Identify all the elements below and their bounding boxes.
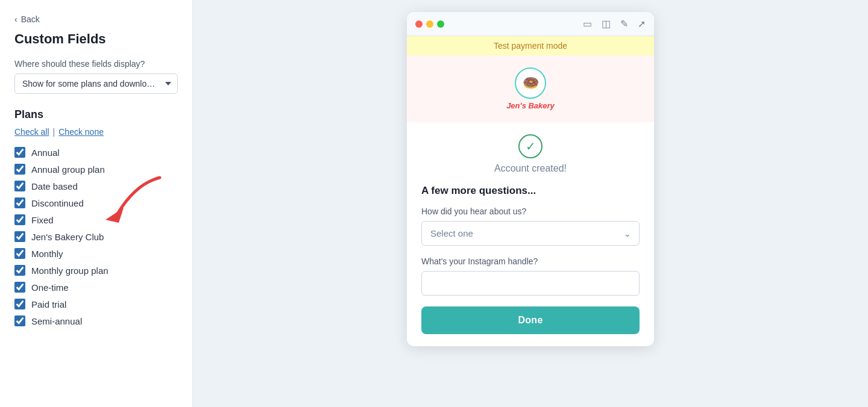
- page-title: Custom Fields: [14, 31, 178, 47]
- list-item: Date based: [14, 178, 178, 194]
- field-display-label: Where should these fields display?: [14, 59, 178, 69]
- instagram-label: What's your Instagram handle?: [421, 256, 640, 266]
- list-item: Annual group plan: [14, 161, 178, 178]
- plan-label-monthly: Monthly: [31, 249, 63, 259]
- browser-window: ▭ ◫ ✎ ➚ Test payment mode 🍩 Jen's Bakery…: [407, 12, 654, 346]
- browser-chrome: ▭ ◫ ✎ ➚: [407, 12, 654, 36]
- plan-label-fixed: Fixed: [31, 215, 54, 225]
- plans-section-title: Plans: [14, 108, 178, 121]
- left-panel: ‹ Back Custom Fields Where should these …: [0, 0, 193, 407]
- plan-checkbox-monthly_group[interactable]: [14, 265, 25, 276]
- plan-label-annual: Annual: [31, 148, 60, 158]
- browser-icons: ▭ ◫ ✎ ➚: [583, 18, 646, 30]
- check-none-link[interactable]: Check none: [58, 127, 104, 137]
- plan-label-jens_bakery_club: Jen's Bakery Club: [31, 232, 104, 242]
- dot-green: [437, 20, 444, 28]
- plan-label-monthly_group: Monthly group plan: [31, 266, 108, 276]
- right-area: ▭ ◫ ✎ ➚ Test payment mode 🍩 Jen's Bakery…: [193, 0, 868, 407]
- list-item: Monthly: [14, 245, 178, 262]
- plan-checkbox-discontinued[interactable]: [14, 197, 25, 208]
- list-item: Paid trial: [14, 296, 178, 312]
- plan-label-discontinued: Discontinued: [31, 198, 84, 208]
- list-item: Monthly group plan: [14, 262, 178, 279]
- plan-checkbox-annual[interactable]: [14, 147, 25, 158]
- hear-about-us-select[interactable]: Select one: [421, 221, 640, 246]
- check-links: Check all | Check none: [14, 127, 178, 137]
- check-all-link[interactable]: Check all: [14, 127, 49, 137]
- plan-checkbox-paid_trial[interactable]: [14, 299, 25, 309]
- plan-checkbox-monthly[interactable]: [14, 248, 25, 259]
- field-display-select[interactable]: Show for some plans and downlo…: [14, 73, 178, 94]
- desktop-icon[interactable]: ▭: [583, 18, 592, 30]
- dot-yellow: [426, 20, 433, 28]
- plan-label-semi_annual: Semi-annual: [31, 316, 82, 326]
- form-content: ✓ Account created! A few more questions.…: [407, 122, 654, 346]
- plan-checkbox-semi_annual[interactable]: [14, 315, 25, 326]
- link-divider: |: [53, 127, 55, 137]
- back-button[interactable]: ‹ Back: [14, 14, 178, 24]
- plan-checkbox-jens_bakery_club[interactable]: [14, 231, 25, 242]
- brand-logo: 🍩: [515, 67, 546, 99]
- list-item: Fixed: [14, 211, 178, 228]
- success-icon: ✓: [518, 134, 542, 158]
- success-section: ✓ Account created!: [421, 134, 640, 174]
- brand-logo-emoji: 🍩: [523, 75, 539, 91]
- plan-checkbox-fixed[interactable]: [14, 214, 25, 225]
- instagram-input[interactable]: [421, 271, 640, 296]
- brand-name: Jen's Bakery: [506, 101, 555, 110]
- browser-dots: [415, 20, 444, 28]
- plan-label-date_based: Date based: [31, 181, 78, 191]
- list-item: Semi-annual: [14, 312, 178, 329]
- hear-about-us-label: How did you hear about us?: [421, 207, 640, 216]
- mobile-icon[interactable]: ◫: [602, 18, 611, 30]
- done-button[interactable]: Done: [421, 306, 640, 334]
- back-arrow-icon: ‹: [14, 14, 17, 24]
- back-label: Back: [21, 14, 40, 24]
- hear-about-us-field: Select one ⌄: [421, 221, 640, 246]
- list-item: Annual: [14, 144, 178, 161]
- plan-label-one_time: One-time: [31, 282, 69, 293]
- questions-heading: A few more questions...: [421, 185, 640, 197]
- plan-checkbox-one_time[interactable]: [14, 282, 25, 293]
- plan-label-annual_group: Annual group plan: [31, 164, 105, 175]
- pen-icon[interactable]: ✎: [620, 18, 628, 30]
- dot-red: [415, 20, 423, 28]
- plan-list: AnnualAnnual group planDate basedDiscont…: [14, 144, 178, 329]
- checkmark-icon: ✓: [526, 139, 536, 154]
- account-created-label: Account created!: [494, 163, 567, 174]
- list-item: Discontinued: [14, 194, 178, 211]
- list-item: One-time: [14, 279, 178, 296]
- list-item: Jen's Bakery Club: [14, 228, 178, 245]
- plan-checkbox-annual_group[interactable]: [14, 164, 25, 175]
- brand-header: 🍩 Jen's Bakery: [407, 55, 654, 122]
- test-payment-banner: Test payment mode: [407, 36, 654, 55]
- plan-checkbox-date_based[interactable]: [14, 181, 25, 191]
- external-link-icon[interactable]: ➚: [638, 18, 646, 30]
- plan-label-paid_trial: Paid trial: [31, 299, 66, 309]
